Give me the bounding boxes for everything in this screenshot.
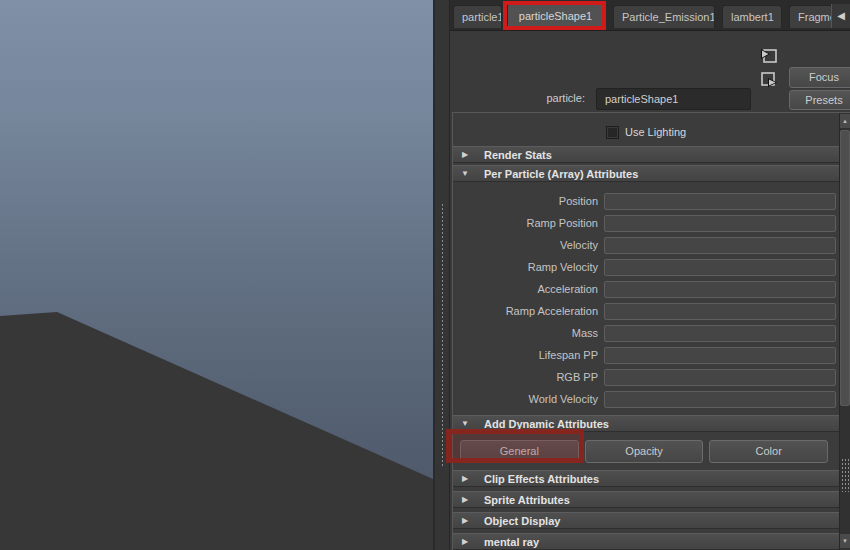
section-header-sprite[interactable]: ▶ Sprite Attributes <box>453 491 850 508</box>
chevron-left-icon: ◀ <box>837 10 845 21</box>
section-label: Object Display <box>484 515 560 527</box>
attr-input-acceleration[interactable] <box>604 281 836 298</box>
section-header-per-particle[interactable]: ▼ Per Particle (Array) Attributes <box>453 165 850 182</box>
per-particle-rows: Position Ramp Position Velocity Ramp Vel… <box>453 182 850 413</box>
attribute-editor-tabbar: particle1 particleShape1 Particle_Emissi… <box>450 0 850 31</box>
general-button[interactable]: General <box>460 440 579 463</box>
attr-input-world-velocity[interactable] <box>604 391 836 408</box>
attr-input-ramp-acceleration[interactable] <box>604 303 836 320</box>
attr-label: Ramp Acceleration <box>453 305 598 317</box>
panel-splitter[interactable] <box>433 0 450 550</box>
section-label: Add Dynamic Attributes <box>484 418 609 430</box>
attr-label: World Velocity <box>453 393 598 405</box>
scrollbar-grip-dots <box>841 458 849 492</box>
attr-row-mass: Mass <box>453 322 850 344</box>
attr-row-ramp-position: Ramp Position <box>453 212 850 234</box>
copy-tab-icon[interactable] <box>759 69 779 89</box>
attr-input-ramp-position[interactable] <box>604 215 836 232</box>
attr-label: Position <box>453 195 598 207</box>
focus-button[interactable]: Focus <box>789 67 850 88</box>
collapsed-arrow-icon: ▶ <box>453 150 477 159</box>
attr-row-ramp-acceleration: Ramp Acceleration <box>453 300 850 322</box>
header-controls: particle: particleShape1 Focus Presets S… <box>450 32 850 112</box>
splitter-grip-dots <box>441 203 444 468</box>
use-lighting-label: Use Lighting <box>625 126 686 138</box>
load-attributes-icon[interactable] <box>759 46 779 66</box>
section-header-render-stats[interactable]: ▶ Render Stats <box>453 146 850 163</box>
attr-label: RGB PP <box>453 371 598 383</box>
color-button[interactable]: Color <box>709 440 828 463</box>
tab-lambert1[interactable]: lambert1 <box>722 5 782 28</box>
vertical-scrollbar[interactable]: ▲ ▼ <box>839 113 850 550</box>
use-lighting-row: Use Lighting <box>453 120 850 144</box>
dynamic-attribute-buttons: General Opacity Color <box>453 436 850 466</box>
section-label: mental ray <box>484 536 539 548</box>
expanded-arrow-icon: ▼ <box>453 419 477 428</box>
particle-field-label: particle: <box>450 92 585 104</box>
attributes-scroll-area: Use Lighting ▶ Render Stats ▼ Per Partic… <box>452 112 850 550</box>
collapsed-arrow-icon: ▶ <box>453 474 477 483</box>
tab-particle-emission1[interactable]: Particle_Emission1 <box>613 5 715 28</box>
section-label: Clip Effects Attributes <box>484 473 599 485</box>
collapsed-arrow-icon: ▶ <box>453 537 477 546</box>
section-header-clip-effects[interactable]: ▶ Clip Effects Attributes <box>453 470 850 487</box>
attr-row-lifespan-pp: Lifespan PP <box>453 344 850 366</box>
attr-label: Mass <box>453 327 598 339</box>
opacity-button[interactable]: Opacity <box>585 440 704 463</box>
scrollbar-thumb[interactable] <box>840 130 850 406</box>
viewport-3d[interactable] <box>0 0 433 550</box>
attr-input-lifespan-pp[interactable] <box>604 347 836 364</box>
tab-particleshape1[interactable]: particleShape1 <box>507 3 604 29</box>
attr-row-world-velocity: World Velocity <box>453 388 850 410</box>
attr-label: Velocity <box>453 239 598 251</box>
section-header-add-dynamic[interactable]: ▼ Add Dynamic Attributes <box>453 415 850 432</box>
scroll-down-arrow-icon[interactable]: ▼ <box>840 534 850 548</box>
attr-label: Acceleration <box>453 283 598 295</box>
attr-row-acceleration: Acceleration <box>453 278 850 300</box>
attr-row-velocity: Velocity <box>453 234 850 256</box>
attr-label: Lifespan PP <box>453 349 598 361</box>
use-lighting-checkbox[interactable] <box>606 126 619 139</box>
attribute-editor-panel: particle1 particleShape1 Particle_Emissi… <box>450 0 850 550</box>
section-label: Render Stats <box>484 149 552 161</box>
attr-input-mass[interactable] <box>604 325 836 342</box>
section-header-mental-ray[interactable]: ▶ mental ray <box>453 533 850 550</box>
collapsed-arrow-icon: ▶ <box>453 495 477 504</box>
section-header-object-display[interactable]: ▶ Object Display <box>453 512 850 529</box>
particle-name-input[interactable]: particleShape1 <box>596 88 751 110</box>
expanded-arrow-icon: ▼ <box>453 169 477 178</box>
attr-row-ramp-velocity: Ramp Velocity <box>453 256 850 278</box>
tab-particle1[interactable]: particle1 <box>453 5 502 28</box>
attr-label: Ramp Velocity <box>453 261 598 273</box>
scroll-up-arrow-icon[interactable]: ▲ <box>840 114 850 128</box>
attr-row-position: Position <box>453 190 850 212</box>
tab-fragme[interactable]: Fragme <box>789 5 832 28</box>
attr-label: Ramp Position <box>453 217 598 229</box>
section-label: Per Particle (Array) Attributes <box>484 168 638 180</box>
section-label: Sprite Attributes <box>484 494 570 506</box>
collapsed-arrow-icon: ▶ <box>453 516 477 525</box>
tab-scroll-left-button[interactable]: ◀ <box>831 4 850 28</box>
attr-input-ramp-velocity[interactable] <box>604 259 836 276</box>
attr-input-rgb-pp[interactable] <box>604 369 836 386</box>
presets-button[interactable]: Presets <box>789 90 850 110</box>
attr-input-position[interactable] <box>604 193 836 210</box>
attr-input-velocity[interactable] <box>604 237 836 254</box>
attr-row-rgb-pp: RGB PP <box>453 366 850 388</box>
ground-plane-polygon <box>0 0 433 550</box>
